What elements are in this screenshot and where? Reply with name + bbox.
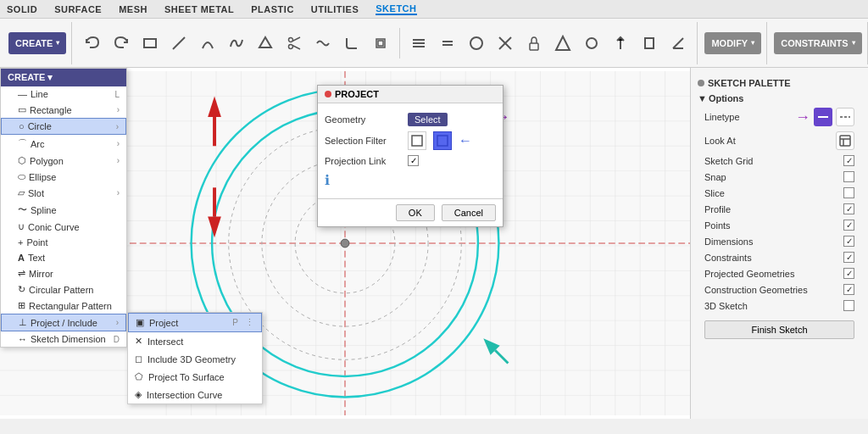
look-at-button[interactable]	[836, 131, 854, 150]
filter-arrow-icon: ←	[459, 133, 472, 148]
selection-filter-label: Selection Filter	[325, 136, 401, 146]
menu-item-circle[interactable]: ○ Circle ›	[1, 118, 126, 135]
svg-point-3	[289, 37, 293, 42]
sketch-dim-icon: ↔	[18, 334, 27, 344]
constraints-dropdown[interactable]: CONSTRAINTS ▾	[774, 32, 861, 54]
ellipse-icon: ⬭	[18, 171, 25, 182]
parallel-lines-tool[interactable]	[405, 25, 432, 61]
menu-item-spline[interactable]: 〜 Spline	[1, 201, 126, 219]
redo-button[interactable]	[108, 25, 135, 61]
create-menu-header[interactable]: CREATE ▾	[1, 69, 126, 86]
sketch-grid-checkbox[interactable]	[843, 155, 854, 166]
constraints-arrow: ▾	[852, 39, 855, 47]
points-checkbox[interactable]	[843, 220, 854, 231]
projected-geom-row: Projected Geometries	[698, 265, 861, 281]
submenu-include-3d[interactable]: ◻ Include 3D Geometry	[128, 350, 262, 368]
canvas-area[interactable]: CREATE ▾ — Line L ▭ Rectangle › ○ Circle…	[0, 68, 690, 419]
select-button[interactable]: Select	[408, 113, 448, 126]
constraints-label: CONSTRAINTS	[781, 38, 848, 48]
large-triangle-tool[interactable]	[549, 25, 576, 61]
menu-item-sketch-dim[interactable]: ↔ Sketch Dimension D	[1, 331, 126, 347]
filter-btn-1[interactable]	[408, 131, 426, 150]
create-menu-title: CREATE ▾	[8, 72, 53, 83]
menu-item-project-include[interactable]: ⊥ Project / Include ›	[1, 314, 126, 331]
filter-btn-2[interactable]	[433, 131, 452, 150]
arrow-tool-button[interactable]	[607, 25, 634, 61]
menu-item-rect-pattern-label: Rectangular Pattern	[29, 301, 120, 311]
menu-mesh[interactable]: MESH	[119, 4, 147, 14]
submenu-project-more[interactable]: ⋮	[245, 317, 254, 328]
rect-pattern-icon: ⊞	[18, 300, 25, 311]
menu-sketch[interactable]: SKETCH	[376, 3, 416, 15]
menu-item-mirror[interactable]: ⇌ Mirror	[1, 265, 126, 281]
snap-checkbox[interactable]	[843, 171, 854, 182]
fillet-tool-button[interactable]	[338, 25, 365, 61]
submenu-project[interactable]: ▣ Project P ⋮	[128, 313, 262, 332]
menu-item-circle-label: Circle	[28, 121, 116, 131]
submenu-include3d-label: Include 3D Geometry	[147, 354, 255, 364]
menu-item-text[interactable]: A Text	[1, 250, 126, 265]
menu-item-circ-pattern[interactable]: ↻ Circular Pattern	[1, 281, 126, 298]
circle-outline-tool[interactable]	[578, 25, 605, 61]
menu-item-line[interactable]: — Line L	[1, 86, 126, 102]
angled-tool-button[interactable]	[665, 25, 692, 61]
line-tool-button[interactable]	[165, 25, 192, 61]
bracket-tool-button[interactable]	[636, 25, 663, 61]
projected-geom-checkbox[interactable]	[843, 268, 854, 279]
modify-dropdown[interactable]: MODIFY ▾	[704, 32, 761, 54]
profile-label: Profile	[704, 204, 843, 214]
sketch-palette: SKETCH PALETTE ▼ Options Linetype →	[691, 68, 868, 353]
submenu-intersect[interactable]: ✕ Intersect	[128, 332, 262, 350]
rectangle-tool-button[interactable]	[136, 25, 164, 61]
menu-plastic[interactable]: PLASTIC	[251, 4, 294, 14]
dimensions-label: Dimensions	[704, 236, 843, 247]
slice-checkbox[interactable]	[843, 187, 854, 198]
menu-sheet-metal[interactable]: SHEET METAL	[164, 4, 234, 14]
points-row: Points	[698, 217, 861, 233]
finish-sketch-button[interactable]: Finish Sketch	[704, 320, 854, 339]
submenu-intersection-curve[interactable]: ◈ Intersection Curve	[128, 386, 262, 403]
dimensions-checkbox[interactable]	[843, 236, 854, 247]
polygon-tool-button[interactable]	[252, 25, 279, 61]
menu-item-arc-label: Arc	[31, 139, 117, 149]
3d-sketch-checkbox[interactable]	[843, 300, 854, 311]
undo-button[interactable]	[79, 25, 106, 61]
profile-checkbox[interactable]	[843, 203, 854, 214]
menu-item-conic[interactable]: ∪ Conic Curve	[1, 219, 126, 235]
dialog-geometry-row: Geometry Select	[325, 110, 496, 129]
cross-tool-button[interactable]	[492, 25, 519, 61]
menu-item-arc[interactable]: ⌒ Arc ›	[1, 135, 126, 153]
submenu-project-to-surface[interactable]: ⬠ Project To Surface	[128, 368, 262, 386]
menu-surface[interactable]: SURFACE	[54, 4, 102, 14]
construction-geom-row: Construction Geometries	[698, 281, 861, 298]
equal-constraint-tool[interactable]	[434, 25, 461, 61]
menu-utilities[interactable]: UTILITIES	[311, 4, 359, 14]
spline-icon: 〜	[18, 203, 27, 216]
trim-tool-button[interactable]	[309, 25, 337, 61]
constraints-checkbox[interactable]	[843, 252, 854, 263]
ok-button[interactable]: OK	[396, 204, 435, 221]
offset-tool-button[interactable]	[367, 25, 394, 61]
spline-tool-button[interactable]	[223, 25, 250, 61]
menu-item-rectangle[interactable]: ▭ Rectangle ›	[1, 102, 126, 118]
menu-item-rect-pattern[interactable]: ⊞ Rectangular Pattern	[1, 298, 126, 314]
linetype-label: Linetype	[704, 112, 795, 122]
text-icon: A	[18, 253, 25, 263]
create-dropdown[interactable]: CREATE ▾	[8, 32, 66, 54]
menu-solid[interactable]: SOLID	[7, 4, 37, 14]
cut-tool-button[interactable]	[281, 25, 308, 61]
lock-constraint-button[interactable]	[520, 25, 548, 61]
menu-item-slot[interactable]: ▱ Slot ›	[1, 185, 126, 201]
menu-item-circ-pattern-label: Circular Pattern	[29, 285, 120, 295]
menu-item-polygon[interactable]: ⬡ Polygon ›	[1, 153, 126, 169]
circle-tool-button[interactable]	[463, 25, 490, 61]
circle-icon: ○	[19, 121, 25, 131]
arc-tool-button[interactable]	[194, 25, 221, 61]
projection-link-checkbox[interactable]	[408, 155, 419, 166]
cancel-button[interactable]: Cancel	[442, 204, 496, 221]
construction-geom-checkbox[interactable]	[843, 284, 854, 295]
linetype-active-btn[interactable]	[814, 108, 832, 126]
menu-item-point[interactable]: + Point	[1, 235, 126, 250]
menu-item-ellipse[interactable]: ⬭ Ellipse	[1, 169, 126, 185]
linetype-secondary-btn[interactable]	[836, 108, 854, 126]
